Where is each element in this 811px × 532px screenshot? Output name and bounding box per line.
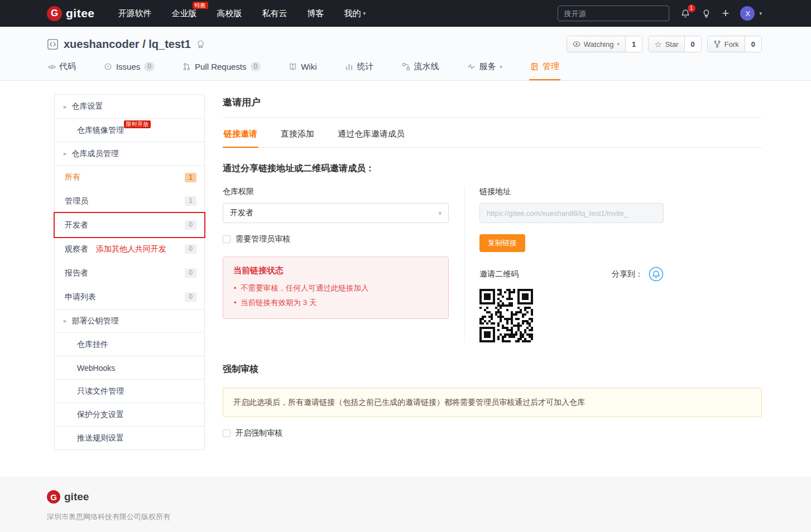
watch-control: Watching ▾ 1 bbox=[567, 36, 642, 52]
invite-user-panel: 邀请用户 链接邀请 直接添加 通过仓库邀请成员 通过分享链接地址或二维码邀请成员… bbox=[223, 94, 762, 438]
qr-code bbox=[479, 289, 533, 342]
force-review-checkbox[interactable]: 开启强制审核 bbox=[223, 428, 762, 438]
gitee-logo-icon: G bbox=[47, 490, 60, 504]
fork-button[interactable]: Fork bbox=[708, 36, 745, 52]
tab-link-invite[interactable]: 链接邀请 bbox=[223, 118, 258, 148]
manage-icon bbox=[530, 62, 539, 71]
nav-item-private-cloud[interactable]: 私有云 bbox=[262, 8, 287, 19]
nav-item-enterprise[interactable]: 企业版 特惠 bbox=[172, 8, 197, 19]
nav-item-opensource[interactable]: 开源软件 bbox=[118, 8, 152, 19]
fork-control: Fork 0 bbox=[707, 36, 762, 52]
sidebar-item-developers[interactable]: 开发者 0 bbox=[55, 213, 204, 237]
notifications-button[interactable]: 1 bbox=[680, 8, 690, 18]
sidebar-item-repo-settings[interactable]: ▸ 仓库设置 bbox=[55, 95, 204, 118]
star-count[interactable]: 0 bbox=[685, 36, 701, 52]
promo-badge: 特惠 bbox=[193, 2, 208, 9]
repo-tab-wiki[interactable]: Wiki bbox=[287, 61, 318, 80]
repo-tab-issues[interactable]: Issues 0 bbox=[103, 61, 156, 80]
tab-invite-from-repo[interactable]: 通过仓库邀请成员 bbox=[337, 118, 406, 148]
sidebar-item-readonly-files[interactable]: 只读文件管理 bbox=[55, 379, 204, 403]
checkbox-box bbox=[223, 429, 231, 437]
help-button[interactable] bbox=[702, 9, 711, 18]
sidebar-item-applications[interactable]: 申请列表 0 bbox=[55, 285, 204, 309]
link-status-item: 不需要审核，任何人可通过此链接加入 bbox=[233, 281, 438, 296]
sidebar-item-protected-branches[interactable]: 保护分支设置 bbox=[55, 403, 204, 426]
wiki-icon bbox=[289, 62, 297, 71]
gitee-logo[interactable]: G gitee bbox=[47, 6, 95, 21]
code-icon: </> bbox=[48, 64, 55, 70]
plus-icon: + bbox=[722, 8, 730, 19]
pr-count-pill: 0 bbox=[251, 62, 261, 71]
repo-tab-manage[interactable]: 管理 bbox=[529, 61, 560, 80]
invite-tabs: 链接邀请 直接添加 通过仓库邀请成员 bbox=[223, 118, 762, 148]
user-menu[interactable]: X ▾ bbox=[740, 6, 762, 21]
notification-badge: 1 bbox=[688, 4, 695, 12]
repo-header: xueshancoder / lq_test1 Watching ▾ 1 ☆ S… bbox=[0, 27, 811, 81]
share-dingtalk-icon[interactable] bbox=[649, 267, 664, 282]
eye-icon bbox=[573, 40, 580, 48]
caret-right-icon: ▸ bbox=[64, 150, 67, 157]
repo-icon bbox=[47, 38, 59, 50]
sidebar-item-observers[interactable]: 观察者 添加其他人共同开发 0 bbox=[55, 237, 204, 261]
repo-tab-code[interactable]: </> 代码 bbox=[47, 61, 77, 80]
gitee-logo-icon: G bbox=[47, 6, 62, 21]
invite-link-input[interactable] bbox=[479, 203, 664, 223]
global-search bbox=[558, 6, 669, 21]
copyright-text: 深圳市奥思网络科技有限公司版权所有 bbox=[47, 512, 762, 522]
qr-label: 邀请二维码 bbox=[479, 269, 519, 279]
count-badge: 0 bbox=[185, 268, 196, 278]
repo-tab-services[interactable]: 服务 ▾ bbox=[466, 61, 504, 80]
avatar: X bbox=[740, 6, 755, 21]
count-badge: 1 bbox=[185, 196, 196, 206]
watch-count[interactable]: 1 bbox=[626, 36, 642, 52]
search-input[interactable] bbox=[563, 9, 664, 18]
sidebar-item-reporters[interactable]: 报告者 0 bbox=[55, 261, 204, 285]
top-navbar: G gitee 开源软件 企业版 特惠 高校版 私有云 博客 我的 ▾ 1 bbox=[0, 0, 811, 27]
limited-time-badge: 限时开放 bbox=[124, 120, 151, 128]
sidebar-item-member-manage[interactable]: ▸ 仓库成员管理 bbox=[55, 142, 204, 165]
count-badge: 0 bbox=[185, 292, 196, 302]
tab-direct-add[interactable]: 直接添加 bbox=[280, 118, 315, 148]
sidebar-item-mirror-manage[interactable]: 仓库镜像管理 限时开放 bbox=[55, 118, 204, 142]
star-button[interactable]: ☆ Star bbox=[649, 36, 684, 52]
share-label: 分享到： bbox=[612, 269, 643, 279]
footer-logo[interactable]: G gitee bbox=[47, 490, 762, 504]
repo-tab-pipeline[interactable]: 流水线 bbox=[401, 61, 440, 80]
issues-icon bbox=[104, 62, 112, 71]
settings-sidebar: ▸ 仓库设置 仓库镜像管理 限时开放 ▸ 仓库成员管理 所有 1 管理员 1 开… bbox=[54, 94, 205, 450]
fork-count[interactable]: 0 bbox=[745, 36, 761, 52]
footer: G gitee 深圳市奥思网络科技有限公司版权所有 bbox=[0, 477, 811, 532]
sidebar-item-all-members[interactable]: 所有 1 bbox=[55, 165, 204, 189]
copy-link-button[interactable]: 复制链接 bbox=[479, 234, 525, 252]
caret-right-icon: ▸ bbox=[64, 103, 67, 110]
checkbox-box bbox=[223, 235, 231, 243]
repo-tab-pull-requests[interactable]: Pull Requests 0 bbox=[181, 61, 262, 80]
permission-select[interactable]: 开发者 ▾ bbox=[223, 203, 449, 223]
watch-button[interactable]: Watching ▾ bbox=[567, 36, 626, 52]
nav-item-education[interactable]: 高校版 bbox=[217, 8, 242, 19]
sidebar-item-deploy-keys[interactable]: ▸ 部署公钥管理 bbox=[55, 309, 204, 332]
nav-item-blog[interactable]: 博客 bbox=[308, 8, 324, 19]
pull-request-icon bbox=[183, 62, 191, 71]
sidebar-item-push-rules[interactable]: 推送规则设置 bbox=[55, 426, 204, 449]
sidebar-item-admins[interactable]: 管理员 1 bbox=[55, 189, 204, 213]
permission-selected-value: 开发者 bbox=[230, 208, 253, 218]
chevron-down-icon: ▾ bbox=[363, 11, 366, 16]
link-address-label: 链接地址 bbox=[479, 187, 762, 197]
force-review-title: 强制审核 bbox=[223, 364, 762, 375]
repo-tabs: </> 代码 Issues 0 Pull Requests 0 Wiki 统计 … bbox=[47, 61, 762, 80]
chevron-down-icon: ▾ bbox=[617, 41, 620, 47]
repo-tab-stats[interactable]: 统计 bbox=[344, 61, 375, 80]
count-badge: 0 bbox=[185, 220, 196, 230]
star-control: ☆ Star 0 bbox=[648, 36, 702, 52]
chevron-down-icon: ▾ bbox=[500, 64, 503, 70]
sidebar-item-webhooks[interactable]: WebHooks bbox=[55, 356, 204, 379]
nav-item-mine[interactable]: 我的 ▾ bbox=[344, 8, 366, 19]
create-new-button[interactable]: + bbox=[722, 8, 730, 19]
require-review-checkbox[interactable]: 需要管理员审核 bbox=[223, 234, 449, 244]
certificate-icon bbox=[196, 40, 205, 49]
repo-title[interactable]: xueshancoder / lq_test1 bbox=[64, 38, 191, 51]
chevron-down-icon: ▾ bbox=[438, 210, 442, 217]
sidebar-item-widgets[interactable]: 仓库挂件 bbox=[55, 332, 204, 356]
chevron-down-icon: ▾ bbox=[759, 11, 762, 16]
